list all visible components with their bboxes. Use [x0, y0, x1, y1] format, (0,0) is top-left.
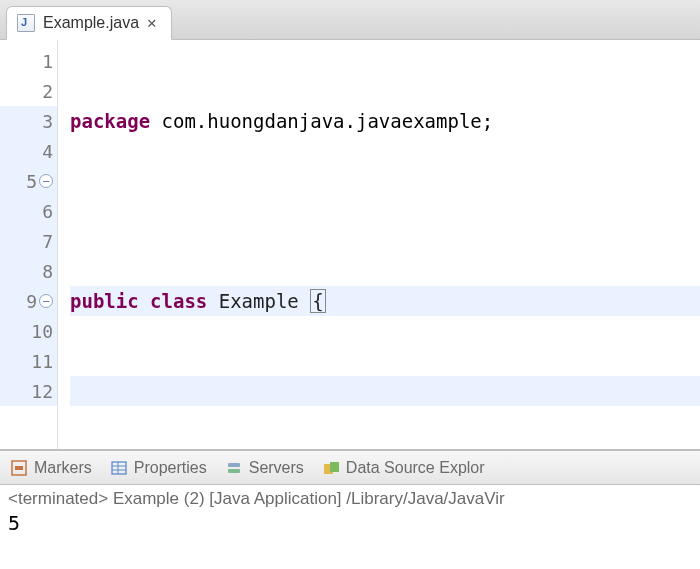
gutter-line[interactable]: 2: [0, 76, 57, 106]
svg-rect-2: [112, 462, 126, 474]
line-number: 12: [31, 381, 53, 402]
line-number-gutter[interactable]: 12345−6789−101112: [0, 40, 58, 449]
view-tab-data-source-explorer[interactable]: Data Source Explor: [322, 459, 485, 477]
line-number: 8: [42, 261, 53, 282]
svg-rect-6: [228, 463, 240, 467]
gutter-line[interactable]: 7: [0, 226, 57, 256]
gutter-line[interactable]: 4: [0, 136, 57, 166]
code-area: 12345−6789−101112 package com.huongdanja…: [0, 40, 700, 449]
editor-area: Example.java ✕ 12345−6789−101112 package…: [0, 0, 700, 450]
line-number: 1: [42, 51, 53, 72]
gutter-line[interactable]: 10: [0, 316, 57, 346]
gutter-line[interactable]: 8: [0, 256, 57, 286]
code-line: package com.huongdanjava.javaexample;: [70, 106, 700, 136]
datasource-icon: [322, 459, 340, 477]
servers-icon: [225, 459, 243, 477]
line-number: 7: [42, 231, 53, 252]
view-tab-label: Markers: [34, 459, 92, 477]
line-number: 4: [42, 141, 53, 162]
gutter-line[interactable]: 3: [0, 106, 57, 136]
code-body[interactable]: package com.huongdanjava.javaexample; pu…: [58, 40, 700, 449]
view-tab-label: Data Source Explor: [346, 459, 485, 477]
java-file-icon: [17, 14, 35, 32]
markers-icon: [10, 459, 28, 477]
bottom-panel: Markers Properties Servers Data Source E…: [0, 450, 700, 541]
gutter-line[interactable]: 1: [0, 46, 57, 76]
view-tab-servers[interactable]: Servers: [225, 459, 304, 477]
line-number: 11: [31, 351, 53, 372]
fold-toggle-icon[interactable]: −: [39, 174, 53, 188]
view-tab-properties[interactable]: Properties: [110, 459, 207, 477]
properties-icon: [110, 459, 128, 477]
editor-tab-bar: Example.java ✕: [0, 0, 700, 40]
view-tab-label: Properties: [134, 459, 207, 477]
svg-rect-9: [330, 462, 339, 472]
gutter-line[interactable]: 9−: [0, 286, 57, 316]
console-status: <terminated> Example (2) [Java Applicati…: [0, 485, 700, 511]
close-icon[interactable]: ✕: [147, 13, 157, 33]
views-tab-bar: Markers Properties Servers Data Source E…: [0, 451, 700, 485]
line-number: 5: [26, 171, 37, 192]
svg-rect-7: [228, 469, 240, 473]
line-number: 10: [31, 321, 53, 342]
code-line: public class Example {: [70, 286, 700, 316]
line-number: 9: [26, 291, 37, 312]
line-number: 3: [42, 111, 53, 132]
gutter-line[interactable]: 5−: [0, 166, 57, 196]
gutter-line[interactable]: 12: [0, 376, 57, 406]
line-number: 6: [42, 201, 53, 222]
tab-filename: Example.java: [43, 14, 139, 32]
editor-tab-example-java[interactable]: Example.java ✕: [6, 6, 172, 40]
gutter-line[interactable]: 6: [0, 196, 57, 226]
view-tab-markers[interactable]: Markers: [10, 459, 92, 477]
gutter-line[interactable]: 11: [0, 346, 57, 376]
svg-rect-1: [15, 466, 23, 470]
view-tab-label: Servers: [249, 459, 304, 477]
fold-toggle-icon[interactable]: −: [39, 294, 53, 308]
line-number: 2: [42, 81, 53, 102]
code-line: [70, 376, 700, 406]
code-line: [70, 196, 700, 226]
console-output: 5: [0, 511, 700, 541]
